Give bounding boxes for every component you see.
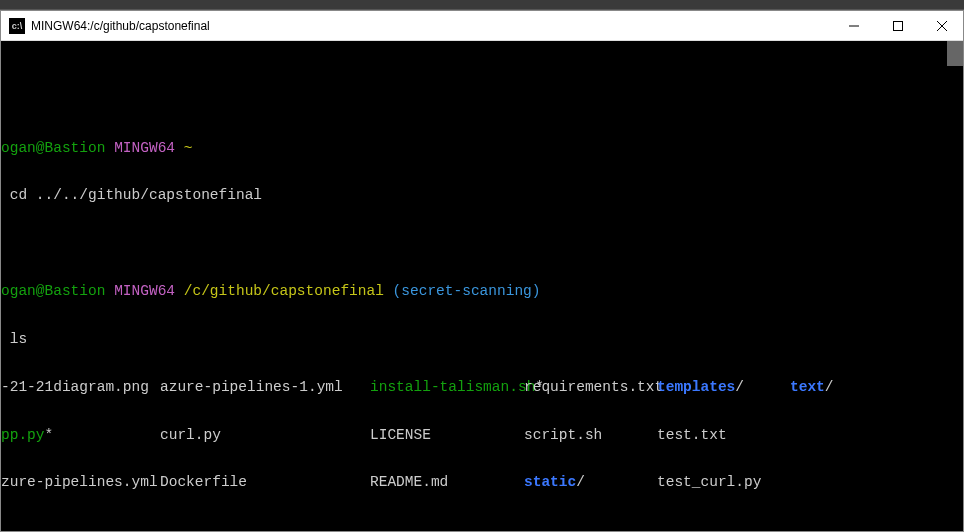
ls-row: pp.py*curl.pyLICENSEscript.shtest.txt [1,428,963,444]
window-title: MINGW64:/c/github/capstonefinal [31,19,841,33]
minimize-button[interactable] [841,16,867,36]
command-line: cd ../../github/capstonefinal [1,188,963,204]
close-button[interactable] [929,16,955,36]
ls-row: -21-21diagram.pngazure-pipelines-1.ymlin… [1,380,963,396]
terminal-icon: c:\ [9,18,25,34]
terminal-body[interactable]: ogan@Bastion MINGW64 ~ cd ../../github/c… [1,41,963,531]
svg-rect-1 [894,21,903,30]
titlebar[interactable]: c:\ MINGW64:/c/github/capstonefinal [1,11,963,41]
terminal-window: c:\ MINGW64:/c/github/capstonefinal ogan… [0,10,964,532]
terminal-line [1,523,963,531]
window-controls [841,16,955,36]
command-line: ls [1,332,963,348]
prompt-line: ogan@Bastion MINGW64 /c/github/capstonef… [1,284,963,300]
maximize-button[interactable] [885,16,911,36]
ls-row: zure-pipelines.ymlDockerfileREADME.mdsta… [1,475,963,491]
terminal-line [1,93,963,109]
prompt-line: ogan@Bastion MINGW64 ~ [1,141,963,157]
scrollbar[interactable] [947,41,963,66]
browser-chrome [0,0,964,10]
terminal-line [1,236,963,252]
